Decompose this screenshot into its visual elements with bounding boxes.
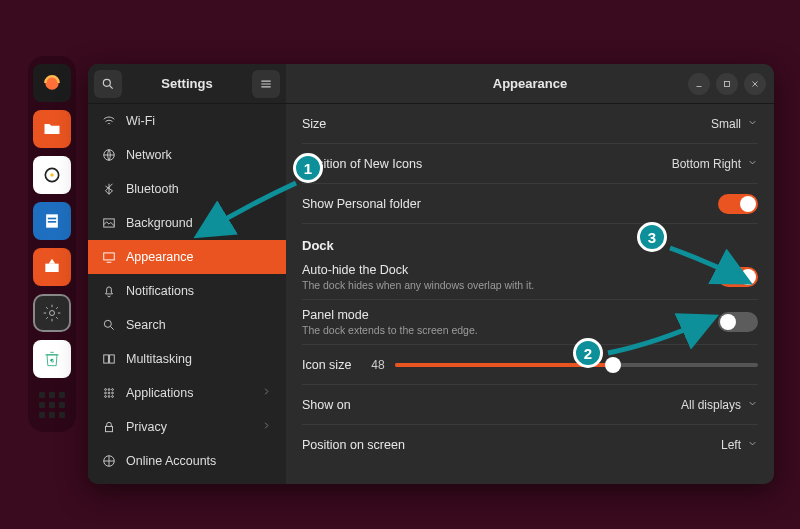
row-autohide-dock: Auto-hide the Dock The dock hides when a… <box>302 255 758 300</box>
chevron-right-icon <box>261 386 272 400</box>
sidebar-item-privacy[interactable]: Privacy <box>88 410 286 444</box>
row-position-on-screen[interactable]: Position on screen Left <box>302 425 758 465</box>
svg-point-21 <box>105 396 107 398</box>
chevron-down-icon <box>747 117 758 131</box>
svg-rect-4 <box>48 218 56 220</box>
svg-point-2 <box>50 173 53 176</box>
rhythmbox-icon[interactable] <box>33 156 71 194</box>
svg-point-16 <box>108 389 110 391</box>
row-value: All displays <box>681 398 741 412</box>
sidebar-item-label: Appearance <box>126 250 193 264</box>
annotation-badge-2: 2 <box>573 338 603 368</box>
row-label: Show Personal folder <box>302 197 421 211</box>
sidebar-item-wifi[interactable]: Wi-Fi <box>88 104 286 138</box>
annotation-badge-1: 1 <box>293 153 323 183</box>
sidebar-item-background[interactable]: Background <box>88 206 286 240</box>
svg-point-22 <box>108 396 110 398</box>
row-label: Show on <box>302 398 351 412</box>
row-value: Bottom Right <box>672 157 741 171</box>
toggle-panel-mode[interactable] <box>718 312 758 332</box>
settings-icon[interactable] <box>33 294 71 332</box>
svg-point-19 <box>108 392 110 394</box>
row-icon-size: Icon size 48 <box>302 345 758 385</box>
row-sublabel: The dock hides when any windows overlap … <box>302 279 534 291</box>
settings-sidebar: Settings Wi-Fi Network Bluetooth Backgro… <box>88 64 286 484</box>
chevron-right-icon <box>261 420 272 434</box>
sidebar-item-search[interactable]: Search <box>88 308 286 342</box>
row-show-on[interactable]: Show on All displays <box>302 385 758 425</box>
svg-point-6 <box>50 311 55 316</box>
svg-point-18 <box>105 392 107 394</box>
sidebar-item-label: Wi-Fi <box>126 114 155 128</box>
row-panel-mode: Panel mode The dock extends to the scree… <box>302 300 758 345</box>
row-label: Size <box>302 117 326 131</box>
sidebar-title: Settings <box>122 76 252 91</box>
svg-rect-26 <box>725 81 730 86</box>
chevron-down-icon <box>747 157 758 171</box>
dock <box>28 56 76 432</box>
search-button[interactable] <box>94 70 122 98</box>
sidebar-item-network[interactable]: Network <box>88 138 286 172</box>
trash-icon[interactable] <box>33 340 71 378</box>
row-show-personal-folder: Show Personal folder <box>302 184 758 224</box>
row-label: Position on screen <box>302 438 405 452</box>
sidebar-item-label: Privacy <box>126 420 167 434</box>
minimize-button[interactable] <box>688 73 710 95</box>
show-apps-icon[interactable] <box>33 386 71 424</box>
maximize-button[interactable] <box>716 73 738 95</box>
row-value: Left <box>721 438 741 452</box>
page-title: Appearance <box>493 76 567 91</box>
icon-size-slider[interactable]: 48 <box>371 358 758 372</box>
slider-value: 48 <box>371 358 384 372</box>
sidebar-item-label: Applications <box>126 386 193 400</box>
svg-point-8 <box>103 79 110 86</box>
sidebar-item-label: Notifications <box>126 284 194 298</box>
sidebar-item-label: Bluetooth <box>126 182 179 196</box>
svg-rect-13 <box>104 355 109 363</box>
sidebar-item-bluetooth[interactable]: Bluetooth <box>88 172 286 206</box>
sidebar-item-label: Online Accounts <box>126 454 216 468</box>
svg-point-15 <box>105 389 107 391</box>
settings-window: Settings Wi-Fi Network Bluetooth Backgro… <box>88 64 774 484</box>
chevron-down-icon <box>747 398 758 412</box>
row-label: Auto-hide the Dock <box>302 263 534 277</box>
row-sublabel: The dock extends to the screen edge. <box>302 324 478 336</box>
sidebar-item-label: Search <box>126 318 166 332</box>
sidebar-item-label: Background <box>126 216 193 230</box>
close-button[interactable] <box>744 73 766 95</box>
svg-point-17 <box>112 389 114 391</box>
annotation-badge-3: 3 <box>637 222 667 252</box>
hamburger-button[interactable] <box>252 70 280 98</box>
row-label: Panel mode <box>302 308 478 322</box>
main-panel: Appearance Size Small Position of New Ic… <box>286 64 774 484</box>
sidebar-item-label: Multitasking <box>126 352 192 366</box>
svg-rect-5 <box>48 221 56 223</box>
svg-point-12 <box>104 320 111 327</box>
sidebar-item-online-accounts[interactable]: Online Accounts <box>88 444 286 478</box>
row-value: Small <box>711 117 741 131</box>
row-position-new-icons[interactable]: Position of New Icons Bottom Right <box>302 144 758 184</box>
sidebar-item-appearance[interactable]: Appearance <box>88 240 286 274</box>
toggle-autohide[interactable] <box>718 267 758 287</box>
sidebar-item-applications[interactable]: Applications <box>88 376 286 410</box>
svg-rect-24 <box>106 426 113 431</box>
software-icon[interactable] <box>33 248 71 286</box>
firefox-icon[interactable] <box>33 64 71 102</box>
sidebar-item-multitasking[interactable]: Multitasking <box>88 342 286 376</box>
row-label: Icon size <box>302 358 351 372</box>
sidebar-item-label: Network <box>126 148 172 162</box>
svg-rect-11 <box>104 253 115 260</box>
sidebar-item-notifications[interactable]: Notifications <box>88 274 286 308</box>
files-icon[interactable] <box>33 110 71 148</box>
libreoffice-icon[interactable] <box>33 202 71 240</box>
chevron-down-icon <box>747 438 758 452</box>
section-heading-dock: Dock <box>302 238 758 253</box>
toggle-personal-folder[interactable] <box>718 194 758 214</box>
svg-rect-14 <box>110 355 115 363</box>
row-size[interactable]: Size Small <box>302 104 758 144</box>
svg-point-20 <box>112 392 114 394</box>
svg-point-23 <box>112 396 114 398</box>
